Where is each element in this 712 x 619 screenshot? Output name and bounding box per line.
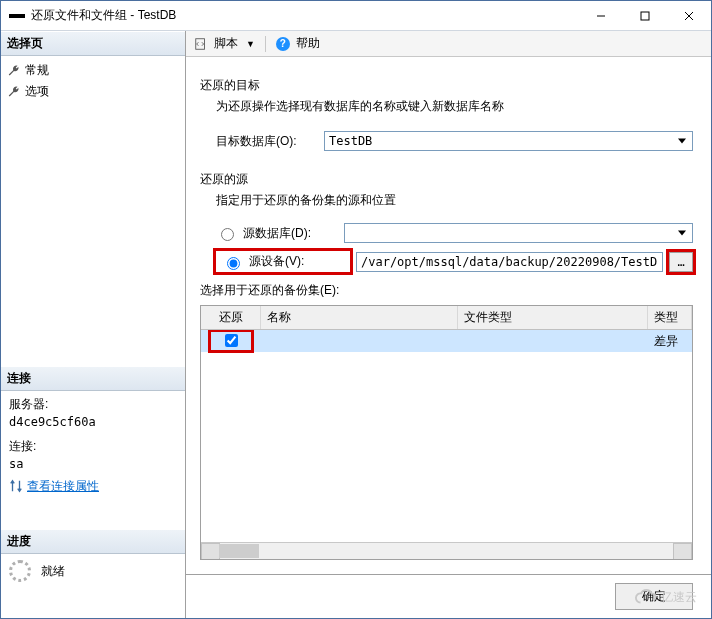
script-dropdown-icon[interactable]: ▼ (246, 39, 255, 49)
source-database-label[interactable]: 源数据库(D): (243, 225, 338, 242)
help-icon: ? (276, 37, 290, 51)
script-icon (194, 37, 208, 51)
select-backup-sets-label: 选择用于还原的备份集(E): (200, 282, 693, 299)
minimize-button[interactable] (579, 1, 623, 30)
sidebar-item-label: 选项 (25, 83, 49, 100)
sidebar-header-progress: 进度 (1, 529, 185, 554)
toolbar: 脚本 ▼ ? 帮助 (186, 31, 711, 57)
progress-spinner-icon (9, 560, 31, 582)
main-panel: 脚本 ▼ ? 帮助 还原的目标 为还原操作选择现有数据库的名称或键入新数据库名称… (186, 31, 711, 618)
view-connection-properties-link[interactable]: 查看连接属性 (27, 477, 99, 495)
source-device-row: 源设备(V): … (216, 251, 693, 272)
sidebar-item-label: 常规 (25, 62, 49, 79)
connection-info: 服务器: d4ce9c5cf60a 连接: sa 查看连接属性 (1, 391, 185, 499)
connection-label: 连接: (9, 437, 177, 455)
server-value: d4ce9c5cf60a (9, 413, 177, 431)
properties-icon (9, 479, 23, 493)
window-controls (579, 1, 711, 30)
connection-value: sa (9, 455, 177, 473)
cell-filetype (458, 338, 648, 344)
wrench-icon (7, 85, 21, 99)
source-database-combobox[interactable] (344, 223, 693, 243)
cell-type: 差异 (648, 330, 692, 353)
ok-button[interactable]: 确定 (615, 583, 693, 610)
footer: 确定 (186, 574, 711, 618)
sidebar-header-select: 选择页 (1, 31, 185, 56)
sidebar-pages: 常规 选项 (1, 56, 185, 106)
target-db-combobox[interactable]: TestDB (324, 131, 693, 151)
backup-sets-table: 还原 名称 文件类型 类型 差异 (200, 305, 693, 560)
col-filetype[interactable]: 文件类型 (458, 306, 648, 329)
help-button[interactable]: 帮助 (296, 35, 320, 52)
sidebar-item-general[interactable]: 常规 (3, 60, 183, 81)
table-row[interactable]: 差异 (201, 330, 692, 352)
table-header: 还原 名称 文件类型 类型 (201, 306, 692, 330)
restore-checkbox[interactable] (225, 334, 238, 347)
wrench-icon (7, 64, 21, 78)
col-restore[interactable]: 还原 (201, 306, 261, 329)
restore-source-desc: 指定用于还原的备份集的源和位置 (216, 192, 693, 209)
target-db-row: 目标数据库(O): TestDB (216, 131, 693, 151)
titlebar: 还原文件和文件组 - TestDB (1, 1, 711, 31)
svg-rect-1 (641, 12, 649, 20)
sidebar: 选择页 常规 选项 连接 服务器: d4ce9c5cf60a 连接: sa (1, 31, 186, 618)
script-button[interactable]: 脚本 (214, 35, 238, 52)
browse-device-button[interactable]: … (669, 252, 693, 272)
restore-source-title: 还原的源 (200, 171, 693, 188)
progress-row: 就绪 (1, 554, 185, 588)
source-device-radio[interactable] (227, 257, 240, 270)
progress-status: 就绪 (41, 563, 65, 580)
cell-name (261, 338, 458, 344)
body: 选择页 常规 选项 连接 服务器: d4ce9c5cf60a 连接: sa (1, 31, 711, 618)
content: 还原的目标 为还原操作选择现有数据库的名称或键入新数据库名称 目标数据库(O):… (186, 57, 711, 574)
col-name[interactable]: 名称 (261, 306, 458, 329)
sidebar-header-connection: 连接 (1, 366, 185, 391)
minimize-icon (596, 11, 606, 21)
restore-target-title: 还原的目标 (200, 77, 693, 94)
table-body: 差异 (201, 330, 692, 542)
source-database-row: 源数据库(D): (216, 223, 693, 243)
view-connection-properties[interactable]: 查看连接属性 (9, 477, 177, 495)
window-title: 还原文件和文件组 - TestDB (31, 7, 579, 24)
dialog-window: 还原文件和文件组 - TestDB 选择页 常规 选 (0, 0, 712, 619)
close-icon (684, 11, 694, 21)
toolbar-separator (265, 36, 266, 52)
target-db-label: 目标数据库(O): (216, 133, 316, 150)
col-type[interactable]: 类型 (648, 306, 692, 329)
sidebar-item-options[interactable]: 选项 (3, 81, 183, 102)
source-device-path[interactable] (356, 252, 663, 272)
restore-target-desc: 为还原操作选择现有数据库的名称或键入新数据库名称 (216, 98, 693, 115)
maximize-icon (640, 11, 650, 21)
source-device-label[interactable]: 源设备(V): (249, 253, 344, 270)
app-icon (9, 14, 25, 18)
maximize-button[interactable] (623, 1, 667, 30)
server-label: 服务器: (9, 395, 177, 413)
horizontal-scrollbar[interactable] (201, 542, 692, 559)
source-database-radio[interactable] (221, 228, 234, 241)
close-button[interactable] (667, 1, 711, 30)
